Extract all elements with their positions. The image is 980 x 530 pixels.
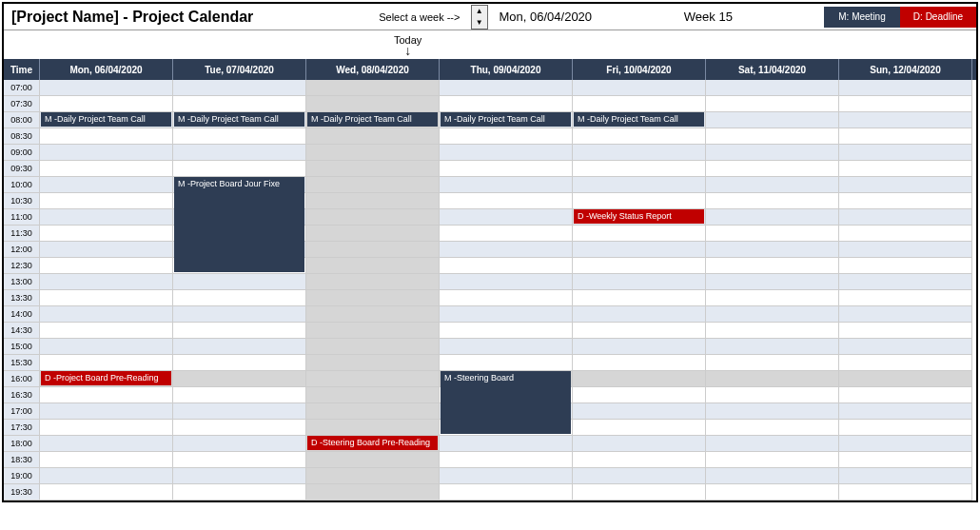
calendar-cell[interactable] [839, 468, 972, 484]
meeting-event[interactable]: M -Daily Project Team Call [574, 112, 704, 127]
calendar-cell[interactable] [173, 371, 306, 387]
calendar-cell[interactable] [839, 403, 972, 420]
calendar-cell[interactable] [440, 161, 573, 177]
calendar-cell[interactable] [573, 323, 706, 339]
calendar-cell[interactable] [173, 484, 306, 501]
calendar-cell[interactable] [173, 452, 306, 468]
calendar-cell[interactable] [573, 274, 706, 290]
calendar-cell[interactable] [706, 112, 839, 128]
calendar-cell[interactable] [706, 420, 839, 436]
calendar-cell[interactable] [306, 468, 440, 484]
calendar-cell[interactable] [40, 484, 173, 501]
calendar-cell[interactable]: M -Daily Project Team Call [40, 112, 173, 128]
calendar-cell[interactable] [573, 258, 706, 274]
calendar-cell[interactable] [839, 80, 972, 96]
calendar-cell[interactable]: D -Steering Board Pre-Reading [306, 436, 440, 452]
calendar-cell[interactable]: M -Steering Board [440, 371, 573, 387]
meeting-event[interactable]: M -Daily Project Team Call [41, 112, 171, 127]
calendar-cell[interactable] [706, 468, 839, 484]
calendar-cell[interactable] [173, 80, 306, 96]
calendar-cell[interactable] [173, 468, 306, 484]
calendar-cell[interactable] [839, 436, 972, 452]
calendar-cell[interactable] [440, 128, 573, 145]
calendar-cell[interactable] [706, 145, 839, 161]
calendar-cell[interactable] [706, 484, 839, 501]
calendar-cell[interactable] [306, 242, 440, 258]
calendar-cell[interactable] [173, 306, 306, 323]
calendar-cell[interactable] [40, 193, 173, 209]
calendar-cell[interactable] [839, 177, 972, 193]
calendar-cell[interactable] [573, 128, 706, 145]
calendar-cell[interactable] [440, 226, 573, 242]
calendar-cell[interactable] [839, 242, 972, 258]
calendar-cell[interactable] [173, 436, 306, 452]
calendar-cell[interactable] [706, 161, 839, 177]
calendar-cell[interactable] [440, 484, 573, 501]
calendar-cell[interactable] [839, 452, 972, 468]
calendar-cell[interactable] [173, 128, 306, 145]
calendar-cell[interactable] [173, 387, 306, 403]
calendar-cell[interactable] [40, 242, 173, 258]
calendar-cell[interactable] [40, 161, 173, 177]
calendar-cell[interactable] [839, 339, 972, 355]
calendar-cell[interactable] [440, 177, 573, 193]
calendar-cell[interactable] [306, 258, 440, 274]
calendar-cell[interactable] [306, 355, 440, 371]
calendar-cell[interactable] [573, 436, 706, 452]
calendar-cell[interactable] [440, 452, 573, 468]
calendar-cell[interactable] [573, 339, 706, 355]
calendar-cell[interactable] [40, 96, 173, 112]
calendar-cell[interactable] [839, 371, 972, 387]
calendar-cell[interactable] [440, 323, 573, 339]
calendar-cell[interactable] [573, 290, 706, 306]
calendar-cell[interactable] [839, 226, 972, 242]
calendar-cell[interactable] [306, 387, 440, 403]
calendar-cell[interactable] [306, 306, 440, 323]
calendar-cell[interactable] [40, 306, 173, 323]
meeting-event[interactable]: M -Daily Project Team Call [174, 112, 304, 127]
calendar-cell[interactable] [306, 96, 440, 112]
calendar-cell[interactable]: M -Daily Project Team Call [306, 112, 440, 128]
calendar-cell[interactable] [173, 96, 306, 112]
calendar-cell[interactable] [173, 161, 306, 177]
calendar-cell[interactable] [306, 323, 440, 339]
calendar-cell[interactable] [40, 387, 173, 403]
calendar-cell[interactable] [573, 96, 706, 112]
calendar-cell[interactable] [839, 290, 972, 306]
calendar-cell[interactable] [706, 177, 839, 193]
calendar-cell[interactable] [306, 161, 440, 177]
calendar-cell[interactable] [839, 484, 972, 501]
calendar-cell[interactable] [706, 387, 839, 403]
calendar-cell[interactable] [40, 209, 173, 226]
calendar-cell[interactable] [40, 355, 173, 371]
calendar-cell[interactable] [173, 420, 306, 436]
calendar-cell[interactable] [573, 80, 706, 96]
calendar-cell[interactable]: M -Daily Project Team Call [573, 112, 706, 128]
calendar-cell[interactable] [573, 403, 706, 420]
calendar-cell[interactable] [839, 193, 972, 209]
calendar-cell[interactable] [306, 420, 440, 436]
calendar-cell[interactable] [839, 145, 972, 161]
calendar-cell[interactable] [440, 436, 573, 452]
calendar-cell[interactable] [706, 209, 839, 226]
calendar-cell[interactable] [306, 452, 440, 468]
calendar-cell[interactable] [173, 355, 306, 371]
calendar-cell[interactable] [440, 339, 573, 355]
calendar-cell[interactable] [706, 355, 839, 371]
calendar-cell[interactable] [440, 80, 573, 96]
calendar-cell[interactable]: M -Daily Project Team Call [173, 112, 306, 128]
calendar-cell[interactable] [573, 452, 706, 468]
calendar-cell[interactable] [839, 96, 972, 112]
calendar-cell[interactable] [573, 355, 706, 371]
calendar-cell[interactable]: D -Project Board Pre-Reading [40, 371, 173, 387]
meeting-event[interactable]: M -Steering Board [441, 371, 571, 434]
calendar-cell[interactable] [839, 323, 972, 339]
calendar-cell[interactable] [40, 80, 173, 96]
calendar-cell[interactable] [40, 403, 173, 420]
week-stepper[interactable]: ▲ ▼ [471, 5, 488, 29]
calendar-cell[interactable] [706, 306, 839, 323]
calendar-cell[interactable] [173, 403, 306, 420]
calendar-cell[interactable] [706, 274, 839, 290]
calendar-cell[interactable] [839, 306, 972, 323]
calendar-cell[interactable] [573, 177, 706, 193]
